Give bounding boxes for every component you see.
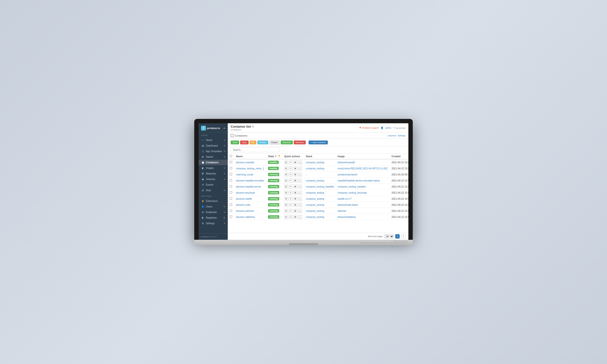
sidebar-item-host[interactable]: ⊟ Host ⊞	[198, 188, 228, 193]
sidebar-logo[interactable]: P portainer.io ⇄	[198, 123, 228, 132]
columns-button[interactable]: Columns	[387, 134, 396, 137]
qa-stats-5[interactable]: ▦	[293, 191, 297, 195]
image-link-3[interactable]: hawkbit/hawkbit-device-simulator:latest	[338, 179, 380, 182]
stack-link-9[interactable]: compose_testing	[306, 216, 324, 218]
qa-console-9[interactable]: >_	[298, 215, 302, 219]
qa-inspect-9[interactable]: ℹ	[289, 215, 293, 219]
pause-button[interactable]: Pause	[269, 140, 280, 145]
qa-console-3[interactable]: >_	[298, 179, 302, 182]
qa-stats-6[interactable]: ▦	[293, 197, 297, 201]
row-checkbox-5[interactable]	[230, 191, 232, 194]
sort-icon[interactable]: ⇅	[275, 155, 277, 157]
stack-link-4[interactable]: compose_testing_hawkbit	[306, 185, 334, 188]
container-name-link-7[interactable]: phoenix-redis	[236, 204, 251, 206]
stack-link-8[interactable]: compose_testing	[306, 210, 324, 212]
admin-link[interactable]: admin	[385, 127, 391, 129]
kill-button[interactable]: Kill	[250, 141, 256, 144]
sidebar-item-users[interactable]: 👤 Users ⧉	[198, 204, 228, 209]
qa-inspect-3[interactable]: ℹ	[289, 179, 293, 182]
image-link-6[interactable]: traefik:v2.4.7	[338, 197, 352, 200]
page-2-button[interactable]: 2	[401, 234, 406, 239]
qa-console-2[interactable]: >_	[298, 172, 302, 176]
container-name-link-3[interactable]: phoenix-hawkbit-simulator	[236, 179, 264, 182]
qa-inspect-5[interactable]: ℹ	[289, 191, 293, 195]
sidebar-item-app-templates[interactable]: ⬡ App Templates ⧉	[198, 148, 228, 154]
qa-console-6[interactable]: >_	[298, 197, 302, 201]
row-checkbox-0[interactable]	[230, 161, 232, 163]
qa-logs-1[interactable]: ▤	[284, 167, 288, 170]
qa-stats-3[interactable]: ▦	[293, 179, 297, 182]
container-name-link-4[interactable]: phoenix-hawkbit-server	[236, 185, 261, 188]
container-name-link-9[interactable]: phoenix-rabbitmq	[236, 216, 255, 218]
container-name-link-2[interactable]: charming_knuth	[236, 173, 253, 176]
row-checkbox-7[interactable]	[230, 203, 232, 206]
sidebar-item-home[interactable]: ⌂ Home ⧉	[198, 137, 228, 143]
qa-logs-6[interactable]: ▤	[284, 197, 288, 201]
settings-button[interactable]: Settings	[397, 134, 406, 137]
stack-link-6[interactable]: compose_testing	[306, 197, 324, 200]
stack-link-1[interactable]: compose_testing	[306, 167, 324, 170]
image-link-7[interactable]: bitnami/redis:latest	[338, 204, 358, 206]
qa-inspect-4[interactable]: ℹ	[289, 185, 293, 189]
qa-console-8[interactable]: >_	[298, 209, 302, 213]
qa-stats-0[interactable]: ▦	[293, 160, 297, 164]
row-checkbox-6[interactable]	[230, 197, 232, 200]
qa-inspect-2[interactable]: ℹ	[289, 172, 293, 176]
qa-logs-9[interactable]: ▤	[284, 215, 288, 219]
portainer-support-link[interactable]: ❤ Portainer support	[359, 127, 379, 129]
sidebar-item-endpoints[interactable]: ⊕ Endpoints ⧉	[198, 209, 228, 215]
qa-logs-0[interactable]: ▤	[284, 160, 288, 164]
qa-stats-4[interactable]: ▦	[293, 185, 297, 189]
image-link-9[interactable]: bitnami/rabbitmq	[338, 216, 356, 218]
page-1-button[interactable]: 1	[395, 234, 400, 239]
container-name-link-0[interactable]: phoenix-mariadb	[236, 161, 254, 164]
restart-button[interactable]: Restart	[257, 141, 268, 144]
qa-console-1[interactable]: >_	[298, 167, 302, 170]
sidebar-item-dashboard[interactable]: ▤ Dashboard ⧉	[198, 143, 228, 148]
resume-button[interactable]: Resume	[281, 141, 293, 144]
stack-link-0[interactable]: compose_testing	[306, 161, 324, 164]
qa-inspect-7[interactable]: ℹ	[289, 203, 293, 207]
container-name-link-5[interactable]: phoenix-keycloak	[236, 192, 255, 194]
filter-icon[interactable]	[278, 155, 280, 157]
stop-button[interactable]: Stop	[240, 141, 249, 144]
row-checkbox-3[interactable]	[230, 179, 232, 182]
stack-link-5[interactable]: compose_testing	[306, 192, 324, 194]
sidebar-item-networks[interactable]: ⌘ Networks ⧉	[198, 171, 228, 176]
qa-logs-7[interactable]: ▤	[284, 203, 288, 207]
image-link-4[interactable]: compose_testing_hawkbit	[338, 185, 366, 188]
qa-inspect-8[interactable]: ℹ	[289, 209, 293, 213]
row-checkbox-9[interactable]	[230, 216, 232, 218]
image-link-8[interactable]: adminer	[338, 210, 346, 212]
refresh-icon[interactable]: ↻	[252, 125, 254, 128]
qa-logs-2[interactable]: ▤	[284, 172, 288, 176]
select-all-checkbox[interactable]	[230, 155, 232, 157]
stack-link-3[interactable]: compose_testing	[306, 179, 324, 182]
qa-stats-1[interactable]: ▦	[293, 167, 297, 170]
search-input[interactable]	[231, 148, 279, 152]
qa-inspect-0[interactable]: ℹ	[289, 160, 293, 164]
sidebar-item-volumes[interactable]: ◉ Volumes ⧉	[198, 176, 228, 182]
per-page-select[interactable]: 10 25 50	[384, 234, 394, 239]
stack-link-7[interactable]: compose_testing	[306, 204, 324, 206]
image-link-0[interactable]: bitnami/mariadb	[338, 161, 355, 164]
qa-stats-9[interactable]: ▦	[293, 215, 297, 219]
qa-logs-8[interactable]: ▤	[284, 209, 288, 213]
row-checkbox-2[interactable]	[230, 173, 232, 175]
sidebar-item-containers[interactable]: ▣ Containers	[198, 160, 228, 165]
container-name-link-6[interactable]: phoenix-traefik	[236, 197, 252, 200]
sidebar-item-events[interactable]: ↺ Events	[198, 182, 228, 188]
container-name-link-8[interactable]: phoenix-adminer	[236, 210, 254, 212]
sidebar-item-stacks[interactable]: ⊞ Stacks ⧉	[198, 154, 228, 160]
add-container-button[interactable]: + Add container	[309, 141, 328, 144]
sidebar-item-registries[interactable]: 🗑 Registries 🗑	[198, 215, 228, 221]
qa-inspect-6[interactable]: ℹ	[289, 197, 293, 201]
sidebar-item-extensions[interactable]: ⚡ Extensions	[198, 198, 228, 204]
qa-logs-5[interactable]: ▤	[284, 191, 288, 195]
qa-console-5[interactable]: >_	[298, 191, 302, 195]
start-button[interactable]: Start	[231, 141, 239, 144]
image-link-1[interactable]: minio/minio:RELEASE.2021-04-06T23-11-00Z	[338, 167, 388, 170]
row-checkbox-8[interactable]	[230, 209, 232, 212]
qa-stats-2[interactable]: ▦	[293, 172, 297, 176]
sidebar-item-settings[interactable]: ⚙ Settings ⚙	[198, 221, 228, 226]
